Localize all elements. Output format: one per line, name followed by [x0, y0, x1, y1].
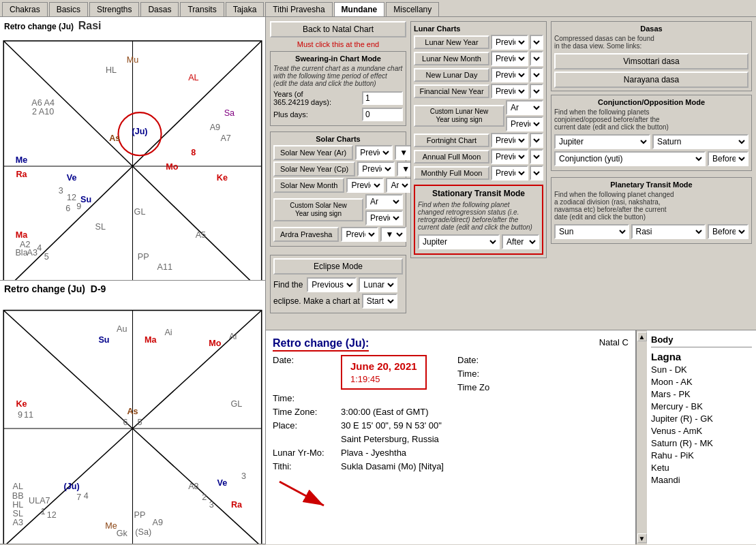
date-label: Date:: [273, 355, 334, 390]
solar-ar-select[interactable]: Previou: [355, 145, 393, 160]
eclipse-start-select[interactable]: Start: [362, 294, 397, 309]
fortnight-chart-btn[interactable]: Fortnight Chart: [414, 134, 489, 147]
lunar-charts-box: Lunar Charts Lunar New Year Previou ▼ Lu…: [410, 21, 547, 258]
svg-text:SL: SL: [95, 222, 105, 232]
custom-lunar-sign-select[interactable]: Ar: [506, 100, 543, 115]
svg-text:11: 11: [24, 410, 33, 420]
ardra-pravesha-btn[interactable]: Ardra Pravesha: [273, 227, 339, 242]
tab-strengths[interactable]: Strengths: [89, 2, 139, 16]
new-lunar-day-arrow[interactable]: ▼: [530, 67, 543, 82]
transit-planet-select[interactable]: Sun: [554, 224, 629, 239]
svg-text:A3: A3: [13, 518, 23, 527]
tab-transits[interactable]: Transits: [180, 2, 224, 16]
scroll-up-btn[interactable]: ▲: [637, 332, 647, 341]
ardra-sign-select[interactable]: ▼: [380, 227, 406, 242]
conj-planet2-select[interactable]: Saturn: [652, 134, 749, 149]
lunar-new-year-btn[interactable]: Lunar New Year: [414, 35, 489, 49]
svg-text:12: 12: [67, 193, 76, 202]
lunar-new-month-arrow[interactable]: ▼: [530, 51, 543, 66]
solar-cp-select[interactable]: Previou: [357, 161, 395, 176]
svg-text:A5: A5: [196, 230, 206, 240]
tab-dasas[interactable]: Dasas: [140, 2, 179, 16]
annual-full-moon-arrow[interactable]: ▼: [530, 149, 543, 164]
financial-new-year-btn[interactable]: Financial New Year: [414, 84, 489, 98]
svg-text:As: As: [109, 134, 120, 143]
custom-solar-select1[interactable]: Ar: [365, 194, 403, 209]
tab-tithi-pravesha[interactable]: Tithi Pravesha: [265, 2, 332, 16]
custom-lunar-new-year-btn[interactable]: Custom Lunar NewYear using sign: [414, 105, 504, 127]
solar-month-sign-select[interactable]: Ar: [386, 178, 412, 193]
svg-text:3: 3: [59, 186, 63, 196]
custom-lunar-prev-select[interactable]: Previou: [506, 116, 543, 131]
custom-solar-select2[interactable]: Previou: [365, 211, 403, 225]
vimsottari-btn[interactable]: Vimsottari dasa: [554, 53, 749, 69]
financial-new-year-select[interactable]: Previou: [491, 84, 528, 99]
tab-mundane[interactable]: Mundane: [334, 2, 385, 16]
tab-basics[interactable]: Basics: [49, 2, 88, 16]
natal-header: Natal C: [586, 337, 629, 347]
svg-text:12: 12: [47, 510, 57, 520]
scroll-bar[interactable]: ▲ ▼: [636, 330, 647, 544]
body-ketu: Ketu: [651, 463, 752, 473]
custom-lunar-new-year-row: Custom Lunar NewYear using sign Ar Previ…: [414, 100, 543, 131]
monthly-full-moon-select[interactable]: Previou: [491, 166, 528, 181]
narayana-btn[interactable]: Narayana dasa: [554, 72, 749, 88]
annual-full-moon-select[interactable]: Previou: [491, 149, 528, 164]
transit-div-select[interactable]: Rasi: [631, 224, 706, 239]
ardra-select[interactable]: Previou: [341, 227, 378, 242]
stat-dir-select[interactable]: After: [502, 234, 539, 249]
financial-new-year-arrow[interactable]: ▼: [530, 84, 543, 99]
svg-text:Ma: Ma: [145, 335, 157, 345]
d9-chart-svg: Su Au Ma Ai Mo Ai Ke 9 11 As 6 5 (Ju) 7: [0, 297, 265, 544]
lunar-new-year-select[interactable]: Previou: [491, 35, 528, 50]
tab-chakras[interactable]: Chakras: [2, 2, 48, 16]
custom-solar-year-btn[interactable]: Custom Solar NewYear using sign: [273, 198, 363, 221]
eclipse-make-row: eclipse. Make a chart at Start: [273, 294, 403, 309]
solar-new-month-btn[interactable]: Solar New Month: [273, 178, 344, 193]
timezone-right-row: Time Zo: [457, 382, 629, 392]
svg-text:A3: A3: [27, 248, 37, 258]
svg-text:Mo: Mo: [209, 339, 222, 348]
rasi-label: Rasi: [78, 20, 102, 31]
conj-dir-select[interactable]: Before: [708, 151, 749, 166]
conj-type-select[interactable]: Conjunction (yuti): [554, 151, 706, 166]
monthly-full-moon-arrow[interactable]: ▼: [530, 166, 543, 181]
monthly-full-moon-btn[interactable]: Monthly Full Moon: [414, 166, 489, 180]
svg-text:Bla: Bla: [15, 248, 28, 258]
svg-text:4: 4: [84, 491, 89, 501]
stat-planet-select[interactable]: Jupiter: [418, 234, 500, 249]
svg-text:Ma: Ma: [16, 230, 29, 240]
transit-dir-select[interactable]: Before: [708, 224, 749, 239]
solar-new-year-cp-btn[interactable]: Solar New Year (Cp): [273, 161, 355, 176]
conj-planet1-select[interactable]: Jupiter: [554, 134, 650, 149]
eclipse-mode-btn[interactable]: Eclipse Mode: [273, 258, 403, 275]
back-to-natal-btn[interactable]: Back to Natal Chart: [270, 21, 406, 37]
plus-days-input[interactable]: [362, 108, 403, 121]
eclipse-lunar-select[interactable]: Lunar: [359, 277, 397, 292]
eclipse-prev-select[interactable]: Previous: [307, 277, 357, 292]
solar-new-year-ar-btn[interactable]: Solar New Year (Ar): [273, 145, 353, 160]
lunar-new-year-arrow[interactable]: ▼: [530, 35, 543, 50]
stationary-title: Stationary Transit Mode: [418, 189, 539, 198]
scroll-down-btn[interactable]: ▼: [637, 533, 647, 543]
years-input[interactable]: [362, 91, 403, 105]
solar-month-select[interactable]: Previou: [346, 178, 384, 193]
fortnight-arrow[interactable]: ▼: [530, 133, 543, 148]
place-name-spacer: [273, 434, 334, 444]
lunar-new-month-btn[interactable]: Lunar New Month: [414, 52, 489, 65]
svg-text:PP: PP: [138, 252, 149, 262]
fortnight-select[interactable]: Previou: [491, 133, 528, 148]
svg-text:Ai: Ai: [229, 332, 237, 341]
svg-text:Ai: Ai: [164, 328, 172, 337]
tab-tajaka[interactable]: Tajaka: [226, 2, 264, 16]
annual-full-moon-btn[interactable]: Annual Full Moon: [414, 150, 489, 164]
time-row: Time:: [273, 393, 444, 403]
transit-controls-row: Sun Rasi Before: [554, 224, 749, 239]
right-data-col: Date: Time: Time Zo: [457, 355, 629, 475]
conj-planets-row: Jupiter Saturn: [554, 134, 749, 149]
tab-miscellany[interactable]: Miscellany: [386, 2, 439, 16]
new-lunar-day-select[interactable]: Previou: [491, 67, 528, 82]
new-lunar-day-btn[interactable]: New Lunar Day: [414, 68, 489, 82]
lunar-new-month-select[interactable]: Previou: [491, 51, 528, 66]
svg-text:4: 4: [37, 243, 42, 253]
